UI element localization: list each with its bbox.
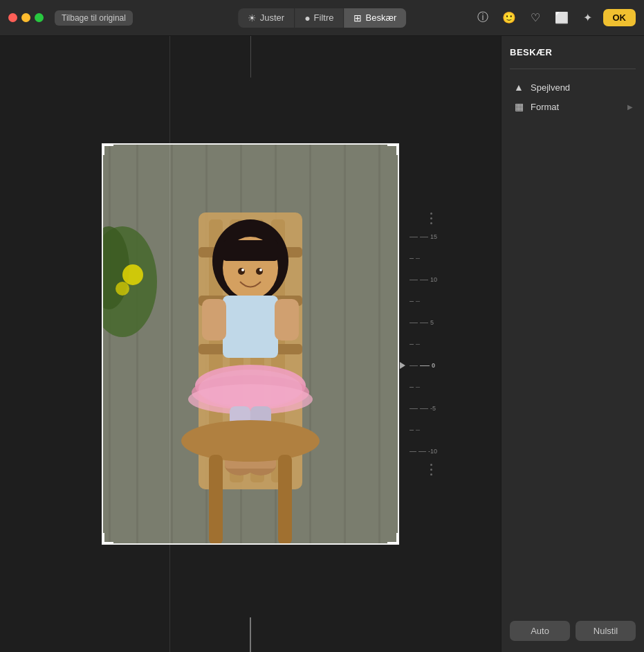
side-panel: BESKÆR ▲ Spejlvend ▦ Format ▶ Auto Nulst… (501, 36, 644, 652)
svg-rect-25 (223, 240, 278, 261)
filtre-icon: ● (304, 12, 310, 24)
chevron-right-icon: ▶ (627, 103, 633, 111)
reset-button[interactable]: Nulstil (576, 621, 636, 641)
close-button[interactable] (8, 13, 17, 22)
svg-point-39 (181, 420, 320, 462)
ruler-tick-n5: -5 (410, 405, 437, 412)
svg-rect-3 (136, 143, 138, 545)
bottom-indicator (250, 617, 251, 652)
share-icon: ⬜ (555, 11, 569, 24)
minimize-button[interactable] (21, 13, 30, 22)
left-guide-line (169, 36, 170, 652)
svg-rect-4 (171, 143, 173, 545)
ruler-tick-m4 (410, 387, 437, 388)
ruler-tick-n10: -10 (410, 448, 437, 455)
ok-button[interactable]: OK (603, 9, 636, 26)
titlebar: Tilbage til original ☀ Juster ● Filtre ⊞… (0, 0, 644, 36)
svg-rect-40 (209, 455, 223, 545)
ruler-tick-10: 10 (410, 276, 437, 283)
panel-buttons: Auto Nulstil (510, 614, 636, 641)
svg-point-13 (122, 264, 143, 285)
tab-filtre-label: Filtre (314, 12, 334, 23)
tab-beskær[interactable]: ⊞ Beskær (344, 8, 406, 28)
center-guide-line-top (250, 36, 251, 78)
svg-rect-28 (275, 299, 299, 341)
markup-button[interactable]: ✦ (577, 7, 599, 29)
photo-image (102, 143, 399, 545)
panel-divider (510, 69, 636, 69)
format-label: Format (531, 102, 559, 112)
smiley-icon: 🙂 (502, 11, 516, 24)
ruler-dots-top (430, 212, 432, 224)
ruler-tick-m5 (410, 430, 437, 431)
panel-spacer (510, 116, 636, 614)
beskær-icon: ⊞ (353, 12, 362, 24)
photo-container[interactable]: 15 10 5 (102, 143, 399, 545)
svg-rect-8 (309, 143, 311, 545)
ruler-tick-m2 (410, 301, 437, 302)
auto-button[interactable]: Auto (510, 621, 570, 641)
svg-point-43 (256, 268, 263, 275)
tab-juster-label: Juster (260, 12, 284, 23)
svg-point-44 (241, 269, 244, 271)
juster-icon: ☀ (248, 12, 257, 24)
svg-point-42 (238, 268, 245, 275)
svg-point-45 (259, 269, 262, 271)
ruler-tick-m1 (410, 258, 437, 259)
svg-rect-26 (223, 296, 278, 358)
maximize-button[interactable] (35, 13, 44, 22)
back-button[interactable]: Tilbage til original (55, 10, 133, 26)
svg-point-32 (199, 370, 302, 408)
panel-item-format[interactable]: ▦ Format ▶ (510, 97, 636, 116)
photo-area: 15 10 5 (0, 36, 501, 652)
rotation-ruler[interactable]: 15 10 5 (410, 233, 437, 455)
format-icon: ▦ (513, 101, 525, 112)
main-area: 15 10 5 (0, 36, 644, 652)
svg-rect-2 (109, 143, 111, 545)
ruler-tick-0: 0 (410, 362, 435, 369)
ruler-dots-bottom (430, 464, 432, 476)
info-icon: ⓘ (477, 10, 488, 25)
tab-filtre[interactable]: ● Filtre (295, 8, 344, 28)
svg-point-14 (116, 282, 129, 296)
spejlvend-label: Spejlvend (531, 82, 570, 93)
traffic-lights (8, 13, 44, 22)
share-button[interactable]: ⬜ (551, 7, 573, 29)
heart-button[interactable]: ♡ (524, 7, 546, 29)
ruler-tick-m3 (410, 344, 437, 345)
ruler-tick-5: 5 (410, 319, 437, 326)
svg-rect-27 (202, 299, 226, 341)
ruler-tick-15: 15 (410, 233, 437, 240)
ruler-indicator (400, 362, 405, 369)
svg-rect-9 (344, 143, 346, 545)
svg-rect-10 (378, 143, 380, 545)
svg-rect-41 (278, 455, 292, 545)
smiley-button[interactable]: 🙂 (498, 7, 520, 29)
heart-icon: ♡ (531, 11, 540, 24)
markup-icon: ✦ (583, 11, 592, 24)
tab-juster[interactable]: ☀ Juster (238, 8, 295, 28)
toolbar-right: ⓘ 🙂 ♡ ⬜ ✦ OK (472, 7, 636, 29)
panel-title: BESKÆR (510, 47, 636, 57)
info-button[interactable]: ⓘ (472, 7, 494, 29)
toolbar-tabs: ☀ Juster ● Filtre ⊞ Beskær (238, 8, 407, 28)
spejlvend-icon: ▲ (513, 82, 525, 93)
panel-item-spejlvend[interactable]: ▲ Spejlvend (510, 78, 636, 97)
tab-beskær-label: Beskær (365, 12, 396, 23)
